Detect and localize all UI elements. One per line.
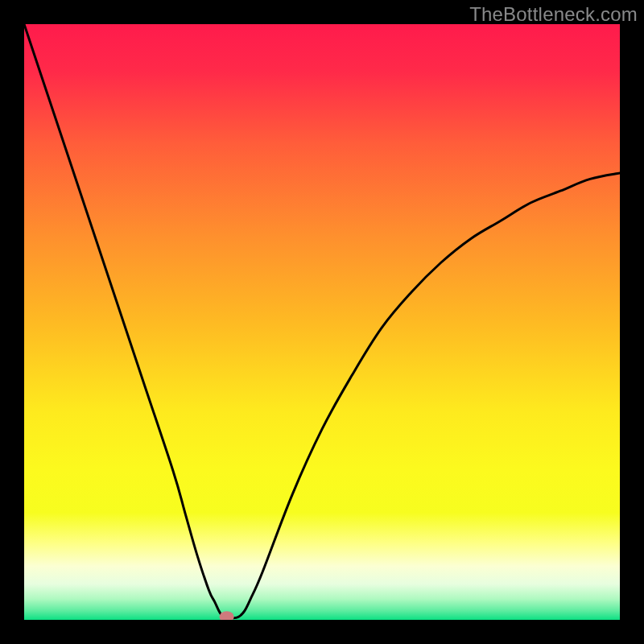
plot-area — [24, 24, 620, 620]
chart-svg — [24, 24, 620, 620]
watermark-text: TheBottleneck.com — [469, 3, 638, 26]
chart-frame: TheBottleneck.com — [0, 0, 644, 644]
gradient-background — [24, 24, 620, 620]
